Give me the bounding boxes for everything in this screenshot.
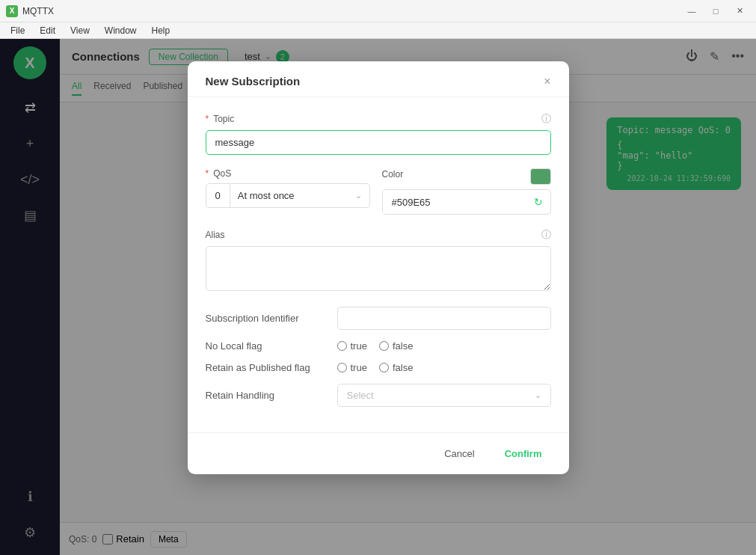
no-local-true-text: true: [351, 340, 367, 352]
retain-published-false-radio[interactable]: [379, 363, 389, 372]
retain-published-true-label[interactable]: true: [337, 362, 367, 373]
dialog-footer: Cancel Confirm: [188, 432, 569, 474]
title-bar: X MQTTX — □ ✕: [0, 0, 756, 22]
qos-select[interactable]: 0 At most once ⌄: [206, 183, 370, 208]
close-button[interactable]: ✕: [729, 4, 750, 18]
color-label-group: Color: [382, 168, 551, 185]
dialog-close-button[interactable]: ×: [544, 76, 550, 88]
retain-as-published-radio-group: true false: [337, 362, 414, 373]
alias-label-text: Alias: [206, 230, 225, 240]
cancel-button[interactable]: Cancel: [435, 444, 483, 464]
retain-published-true-radio[interactable]: [337, 363, 347, 372]
alias-label-row: Alias ⓘ: [206, 228, 551, 242]
qos-required-star: *: [206, 168, 209, 179]
topic-label-text: Topic: [213, 114, 234, 124]
subscription-id-input[interactable]: [337, 307, 551, 330]
no-local-radio-group: true false: [337, 340, 414, 352]
no-local-false-label[interactable]: false: [379, 340, 413, 352]
alias-group: Alias ⓘ: [206, 228, 551, 293]
modal-overlay: New Subscription × * Topic ⓘ *: [0, 39, 756, 555]
color-hex-input[interactable]: [383, 191, 526, 214]
app-title: MQTTX: [22, 6, 681, 16]
color-group: Color ↻: [382, 168, 551, 215]
subscription-id-row: Subscription Identifier: [206, 307, 551, 330]
menu-bar: File Edit View Window Help: [0, 22, 756, 39]
color-swatch[interactable]: [530, 168, 551, 185]
no-local-true-label[interactable]: true: [337, 340, 367, 352]
qos-text: At most once: [230, 184, 348, 207]
app-logo: X: [6, 5, 18, 17]
menu-edit[interactable]: Edit: [32, 24, 63, 37]
retain-as-published-row: Retain as Published flag true false: [206, 362, 551, 373]
menu-window[interactable]: Window: [97, 24, 144, 37]
topic-input[interactable]: [206, 130, 551, 155]
menu-view[interactable]: View: [63, 24, 97, 37]
dialog-title: New Subscription: [206, 75, 301, 88]
retain-handling-select[interactable]: Select ⌄: [337, 384, 551, 407]
qos-value: 0: [206, 184, 230, 207]
qos-label-text: QoS: [213, 168, 231, 179]
retain-as-published-label: Retain as Published flag: [206, 362, 325, 373]
alias-info-icon[interactable]: ⓘ: [541, 228, 551, 242]
qos-group: * QoS 0 At most once ⌄: [206, 168, 370, 215]
minimize-button[interactable]: —: [681, 4, 702, 18]
retain-published-true-text: true: [351, 362, 367, 373]
no-local-true-radio[interactable]: [337, 341, 347, 351]
no-local-false-text: false: [393, 340, 413, 352]
no-local-false-radio[interactable]: [379, 341, 389, 351]
subscription-id-label: Subscription Identifier: [206, 313, 325, 324]
no-local-row: No Local flag true false: [206, 340, 551, 352]
maximize-button[interactable]: □: [705, 4, 726, 18]
color-input-row: ↻: [382, 189, 551, 215]
color-label: Color: [382, 169, 404, 180]
color-refresh-icon[interactable]: ↻: [526, 190, 550, 214]
alias-textarea[interactable]: [206, 246, 551, 291]
retain-handling-label: Retain Handling: [206, 390, 325, 401]
menu-file[interactable]: File: [3, 24, 32, 37]
menu-help[interactable]: Help: [144, 24, 178, 37]
no-local-label: No Local flag: [206, 340, 325, 352]
qos-color-row: * QoS 0 At most once ⌄ Color: [206, 168, 551, 215]
retain-published-false-text: false: [393, 362, 413, 373]
qos-label: * QoS: [206, 168, 370, 179]
new-subscription-dialog: New Subscription × * Topic ⓘ *: [188, 61, 569, 474]
dialog-header: New Subscription ×: [188, 61, 569, 97]
retain-handling-row: Retain Handling Select ⌄: [206, 384, 551, 407]
dialog-body: * Topic ⓘ * QoS 0 At most once: [188, 97, 569, 432]
retain-published-false-label[interactable]: false: [379, 362, 413, 373]
confirm-button[interactable]: Confirm: [496, 444, 551, 464]
topic-info-icon[interactable]: ⓘ: [541, 112, 551, 126]
retain-handling-placeholder: Select: [347, 390, 535, 401]
window-controls: — □ ✕: [681, 4, 750, 18]
topic-group: * Topic ⓘ: [206, 112, 551, 155]
topic-label: * Topic ⓘ: [206, 112, 551, 126]
qos-chevron-icon: ⌄: [348, 185, 369, 206]
topic-required-star: *: [206, 114, 209, 124]
retain-handling-chevron-icon: ⌄: [535, 390, 541, 400]
